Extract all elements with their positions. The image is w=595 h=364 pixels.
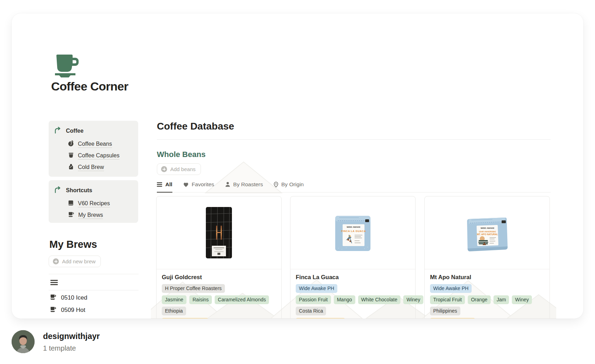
bag-brand-text: WIDE AWAKE <box>480 227 494 229</box>
flavor-tag: Jam <box>493 295 509 304</box>
tab-label: All <box>165 181 172 188</box>
flavor-tag: Orange <box>468 295 491 304</box>
coffee-cup-icon <box>49 306 57 314</box>
product-image-blue-pouch-bag: WIDE AWAKE FINCA LA GUACA <box>290 196 415 269</box>
flavor-tag: Tropical Fruit <box>430 295 465 304</box>
bean-card-guji-goldcrest[interactable]: Guji Goldcrest H Proper Coffee Roasters … <box>156 196 282 319</box>
flavor-tag: Mango <box>334 295 355 304</box>
sidebar-item-label[interactable]: Coffee Capsules <box>78 152 119 159</box>
roaster-tag: Wide Awake PH <box>296 284 337 293</box>
tab-label: By Roasters <box>233 181 263 188</box>
list-icon <box>157 182 162 187</box>
coffee-capsule-icon <box>68 152 74 160</box>
sidebar-item-label[interactable]: Cold Brew <box>78 164 104 171</box>
origin-tag: Philippines <box>430 307 460 315</box>
sidebar-item-label[interactable]: Coffee Beans <box>78 141 112 148</box>
heart-icon <box>183 182 189 187</box>
template-count: 1 template <box>43 344 76 352</box>
add-beans-label: Add beans <box>170 166 196 172</box>
divider <box>157 139 551 140</box>
tab-favorites[interactable]: Favorites <box>183 181 214 192</box>
avatar <box>12 330 35 353</box>
flavor-tag: Winey <box>403 295 423 304</box>
brew-entry-0509-hot[interactable]: 0509 Hot <box>49 306 85 314</box>
bean-card-finca-la-guaca[interactable]: WIDE AWAKE FINCA LA GUACA Finca La Guaca… <box>290 196 416 319</box>
tab-label: By Origin <box>281 181 304 188</box>
plus-icon <box>53 258 59 264</box>
tab-all[interactable]: All <box>157 181 172 193</box>
clipped-tag <box>162 318 208 319</box>
my-brews-title: My Brews <box>49 239 97 250</box>
menu-icon[interactable] <box>50 280 58 285</box>
card-title: Guji Goldcrest <box>162 274 276 281</box>
flavor-tag: Jasmine <box>162 295 186 304</box>
recipe-book-icon <box>68 200 74 208</box>
sidebar-section-coffee: Coffee Coffee Beans Coffee Capsules <box>49 121 138 177</box>
view-tabs: All Favorites By Roasters By Origin <box>157 181 551 193</box>
sidebar-section-shortcuts: Shortcuts V60 Recipes My Brews <box>49 180 138 223</box>
person-icon <box>225 182 231 187</box>
origin-tag: Costa Rica <box>296 307 326 315</box>
sidebar-item-coffee-capsules[interactable]: Coffee Capsules <box>68 150 133 162</box>
workspace-title: Coffee Corner <box>51 80 128 93</box>
sidebar-item-my-brews[interactable]: My Brews <box>68 209 133 221</box>
bag-name2-text: MT. APO NATURAL <box>477 233 498 236</box>
sidebar-item-label[interactable]: My Brews <box>78 212 103 219</box>
flavor-tag: Raisins <box>189 295 212 304</box>
add-new-brew-label: Add new brew <box>62 258 96 264</box>
brew-entry-label: 0510 Iced <box>61 294 87 301</box>
flavor-tag: Winey <box>512 295 532 304</box>
bag-name-text: 12HR ANAEROBIC <box>479 231 496 233</box>
card-title: Mt Apo Natural <box>430 274 544 281</box>
page-title: Coffee Database <box>157 121 234 132</box>
page-card: Coffee Corner Coffee Coffee Beans <box>12 13 583 319</box>
sidebar-item-coffee-beans[interactable]: Coffee Beans <box>68 138 133 150</box>
location-pin-icon <box>274 182 278 188</box>
clipped-tag <box>430 318 475 319</box>
section-title: Whole Beans <box>157 150 206 159</box>
flavor-tag: White Chocolate <box>358 295 401 304</box>
divider <box>49 274 139 274</box>
clipped-tag <box>296 318 345 319</box>
sidebar-item-v60-recipes[interactable]: V60 Recipes <box>68 198 133 209</box>
coffee-cup-icon <box>49 294 57 302</box>
coffee-bean-icon <box>68 140 74 148</box>
cold-brew-jug-icon <box>68 163 74 171</box>
brew-entry-label: 0509 Hot <box>61 307 85 314</box>
bean-card-mt-apo-natural[interactable]: WIDE AWAKE 12HR ANAEROBIC MT. APO NATURA… <box>424 196 550 319</box>
sidebar-item-cold-brew[interactable]: Cold Brew <box>68 162 133 173</box>
divider <box>49 290 139 290</box>
origin-tag: Ethiopia <box>162 307 186 315</box>
bag-brand-text: WIDE AWAKE <box>346 226 360 228</box>
add-beans-button[interactable]: Add beans <box>157 163 201 175</box>
coffee-cup-icon <box>68 211 75 219</box>
product-image-blue-gusset-bag: WIDE AWAKE 12HR ANAEROBIC MT. APO NATURA… <box>425 196 550 269</box>
product-image-black-grid-bag <box>157 196 281 269</box>
curved-arrow-icon <box>54 126 62 136</box>
flavor-tag: Passion Fruit <box>296 295 331 304</box>
coffee-cup-icon <box>52 51 80 80</box>
roaster-tag: Wide Awake PH <box>430 284 472 293</box>
curved-arrow-icon <box>54 186 62 195</box>
tab-label: Favorites <box>192 181 214 188</box>
sidebar-item-label[interactable]: V60 Recipes <box>78 200 110 207</box>
plus-icon <box>161 166 167 172</box>
sidebar-section-label: Coffee <box>66 128 84 134</box>
tab-by-origin[interactable]: By Origin <box>274 181 304 192</box>
author-name[interactable]: designwithjayr <box>43 332 100 341</box>
brew-entry-0510-iced[interactable]: 0510 Iced <box>49 294 87 302</box>
flavor-tag: Caramelized Almonds <box>215 295 269 304</box>
sidebar-section-label: Shortcuts <box>66 187 92 194</box>
roaster-tag: H Proper Coffee Roasters <box>162 284 225 293</box>
tab-by-roasters[interactable]: By Roasters <box>225 181 263 192</box>
add-new-brew-button[interactable]: Add new brew <box>49 256 101 267</box>
bag-name-text: FINCA LA GUACA <box>341 230 366 233</box>
card-title: Finca La Guaca <box>296 274 410 281</box>
